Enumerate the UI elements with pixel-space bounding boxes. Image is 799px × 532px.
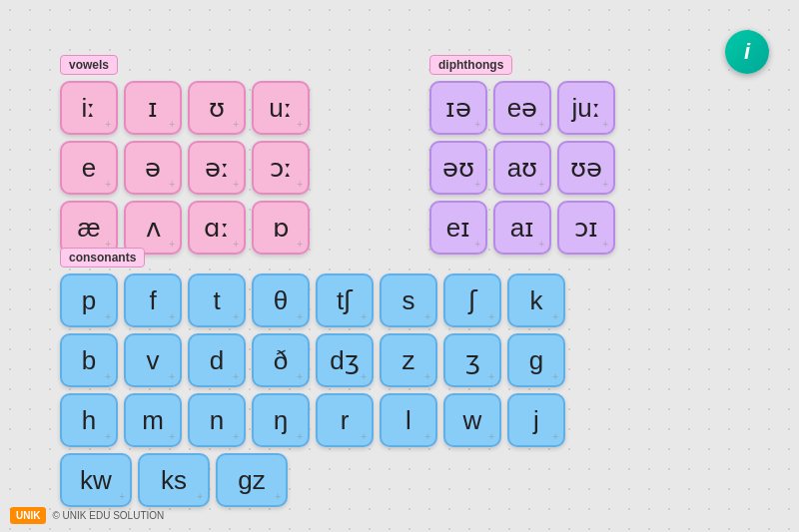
consonant-g[interactable]: g — [507, 333, 565, 387]
vowels-row-1: iː ɪ ʊ uː — [60, 81, 310, 135]
consonant-eng[interactable]: ŋ — [252, 393, 310, 447]
consonant-r[interactable]: r — [316, 393, 374, 447]
consonants-row-2: b v d ð dʒ z ʒ g — [60, 333, 565, 387]
consonants-row-4: kw ks gz — [60, 453, 565, 507]
consonant-n[interactable]: n — [188, 393, 246, 447]
unik-logo: UNIK — [10, 507, 46, 524]
diphthong-ea[interactable]: eə — [493, 81, 551, 135]
consonant-z[interactable]: z — [380, 333, 437, 387]
footer-text: © UNIK EDU SOLUTION — [52, 510, 164, 521]
consonant-t[interactable]: t — [188, 273, 246, 327]
consonant-ks[interactable]: ks — [138, 453, 210, 507]
consonant-w[interactable]: w — [443, 393, 501, 447]
vowel-tile-schwa[interactable]: ə — [124, 141, 182, 195]
vowel-tile-i[interactable]: ɪ — [124, 81, 182, 135]
diphthong-ei[interactable]: eɪ — [429, 201, 487, 255]
consonant-f[interactable]: f — [124, 273, 182, 327]
diphthongs-row-3: eɪ aɪ ɔɪ — [429, 201, 615, 255]
vowel-tile-wedge[interactable]: ʌ — [124, 201, 182, 255]
vowel-tile-u[interactable]: ʊ — [188, 81, 246, 135]
diphthongs-grid: ɪə eə juː əʊ aʊ ʊə eɪ aɪ ɔɪ — [429, 81, 615, 255]
diphthong-au[interactable]: aʊ — [493, 141, 551, 195]
consonant-dzh[interactable]: dʒ — [316, 333, 374, 387]
vowel-tile-ii[interactable]: iː — [60, 81, 118, 135]
footer: UNIK © UNIK EDU SOLUTION — [10, 507, 164, 524]
consonant-m[interactable]: m — [124, 393, 182, 447]
consonants-grid: p f t θ tʃ s ʃ k b v d ð dʒ z ʒ g h m n … — [60, 273, 565, 507]
consonant-h[interactable]: h — [60, 393, 118, 447]
consonant-zh[interactable]: ʒ — [443, 333, 501, 387]
vowel-tile-schwa-long[interactable]: əː — [188, 141, 246, 195]
consonants-row-1: p f t θ tʃ s ʃ k — [60, 273, 565, 327]
consonants-label: consonants — [60, 248, 145, 267]
vowel-tile-open-o[interactable]: ɔː — [252, 141, 310, 195]
vowel-tile-e[interactable]: e — [60, 141, 118, 195]
diphthong-ai[interactable]: aɪ — [493, 201, 551, 255]
consonant-gz[interactable]: gz — [216, 453, 288, 507]
vowel-tile-a-long[interactable]: ɑː — [188, 201, 246, 255]
consonant-sh[interactable]: ʃ — [443, 273, 501, 327]
diphthong-juu[interactable]: juː — [557, 81, 615, 135]
vowels-section: vowels iː ɪ ʊ uː e ə əː ɔː æ ʌ ɑː ɒ — [60, 55, 310, 255]
consonant-v[interactable]: v — [124, 333, 182, 387]
vowels-row-3: æ ʌ ɑː ɒ — [60, 201, 310, 255]
vowel-tile-open[interactable]: ɒ — [252, 201, 310, 255]
consonant-b[interactable]: b — [60, 333, 118, 387]
vowels-row-2: e ə əː ɔː — [60, 141, 310, 195]
diphthongs-row-1: ɪə eə juː — [429, 81, 615, 135]
diphthong-schwa-u[interactable]: əʊ — [429, 141, 487, 195]
consonant-tsh[interactable]: tʃ — [316, 273, 374, 327]
diphthong-ie[interactable]: ɪə — [429, 81, 487, 135]
diphthong-oi[interactable]: ɔɪ — [557, 201, 615, 255]
diphthongs-row-2: əʊ aʊ ʊə — [429, 141, 615, 195]
vowels-grid: iː ɪ ʊ uː e ə əː ɔː æ ʌ ɑː ɒ — [60, 81, 310, 255]
consonant-k[interactable]: k — [507, 273, 565, 327]
consonant-kw[interactable]: kw — [60, 453, 132, 507]
vowel-tile-ae[interactable]: æ — [60, 201, 118, 255]
consonants-section: consonants p f t θ tʃ s ʃ k b v d ð dʒ z… — [60, 248, 565, 507]
consonant-p[interactable]: p — [60, 273, 118, 327]
vowels-label: vowels — [60, 55, 118, 75]
vowel-tile-uu[interactable]: uː — [252, 81, 310, 135]
consonant-j[interactable]: j — [507, 393, 565, 447]
diphthongs-section: diphthongs ɪə eə juː əʊ aʊ ʊə eɪ aɪ ɔɪ — [429, 55, 615, 255]
diphthongs-label: diphthongs — [429, 55, 512, 75]
info-button[interactable]: i — [725, 30, 769, 74]
consonant-d[interactable]: d — [188, 333, 246, 387]
consonant-theta[interactable]: θ — [252, 273, 310, 327]
consonant-l[interactable]: l — [380, 393, 437, 447]
diphthong-ue[interactable]: ʊə — [557, 141, 615, 195]
consonant-eth[interactable]: ð — [252, 333, 310, 387]
consonant-s[interactable]: s — [380, 273, 437, 327]
consonants-row-3: h m n ŋ r l w j — [60, 393, 565, 447]
